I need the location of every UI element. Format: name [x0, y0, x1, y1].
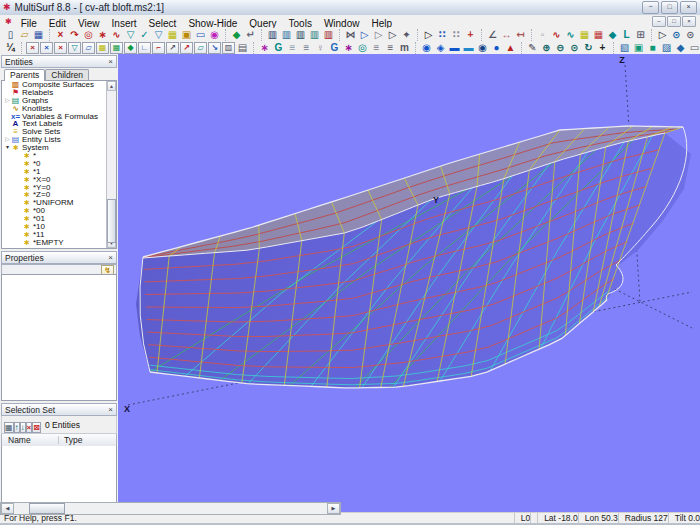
measure-icon[interactable]: ↔ — [500, 29, 513, 41]
tree-item-relabels[interactable]: ⚑Relabels — [2, 89, 116, 97]
save-icon[interactable]: ▦ — [32, 29, 45, 41]
menu-show-hide[interactable]: Show-Hide — [182, 18, 243, 29]
horizontal-scrollbar[interactable]: ◀ ▶ — [0, 502, 341, 515]
entity-surface-icon[interactable]: ▦ — [96, 42, 109, 54]
snap-point-icon[interactable]: ∗ — [258, 42, 271, 54]
move-down-icon[interactable]: ↓ — [20, 422, 26, 433]
ball-icon[interactable]: ◉ — [208, 29, 221, 41]
menu-window[interactable]: Window — [318, 18, 366, 29]
expander-icon[interactable]: ▷ — [4, 136, 11, 144]
snap-list-icon[interactable]: ≡ — [286, 42, 299, 54]
point-icon[interactable]: ∗ — [96, 29, 109, 41]
pointer-icon[interactable]: ▷ — [656, 29, 669, 41]
column-header-type[interactable]: Type — [64, 434, 82, 446]
viewport-3d-view[interactable]: XYZ — [118, 54, 700, 513]
fraction-icon[interactable]: ¼ — [4, 42, 17, 54]
entity-bead-icon[interactable]: × — [40, 42, 53, 54]
expander-icon[interactable]: ▾ — [4, 144, 11, 152]
probe-icon[interactable]: ⊙ — [670, 29, 683, 41]
red-grid-icon[interactable]: ▦ — [592, 29, 605, 41]
tree-item-entity-lists[interactable]: ▷▤Entity Lists — [2, 136, 116, 144]
select-mode-icon[interactable]: ▷ — [386, 29, 399, 41]
entity-relcurve-icon[interactable]: ↗ — [180, 42, 193, 54]
drag-point-icon[interactable]: ↷ — [68, 29, 81, 41]
teal-diamond-icon[interactable]: ◆ — [606, 29, 619, 41]
minimize-button[interactable]: − — [642, 1, 659, 14]
column-header-name[interactable]: Name — [8, 434, 31, 446]
mdi-restore-button[interactable]: □ — [667, 16, 681, 27]
solid-icon[interactable]: ▽ — [152, 29, 165, 41]
scroll-left-icon[interactable]: ◀ — [1, 503, 14, 514]
entity-vector-icon[interactable]: ↗ — [166, 42, 179, 54]
snap-point-icon[interactable]: ∗ — [342, 42, 355, 54]
cursor-icon[interactable]: ▷ — [422, 29, 435, 41]
grid-icon[interactable]: ∷ — [450, 29, 463, 41]
disc-icon[interactable]: ● — [490, 42, 503, 54]
check-icon[interactable]: ✓ — [138, 29, 151, 41]
mesh-icon[interactable]: ▦ — [166, 29, 179, 41]
snap-ring-icon[interactable]: ◎ — [356, 42, 369, 54]
view-window-icon[interactable]: ▥ — [294, 29, 307, 41]
entity-arc-icon[interactable]: ⌐ — [152, 42, 165, 54]
clear-all-icon[interactable]: ⊠ — [32, 422, 41, 433]
maximize-button[interactable]: □ — [661, 1, 678, 14]
target-icon[interactable]: ◎ — [82, 29, 95, 41]
locate-icon[interactable]: ⌖ — [400, 29, 413, 41]
sel-list-icon[interactable]: ▦ — [4, 422, 14, 433]
print-icon[interactable]: ▤ — [236, 42, 249, 54]
zoom-in-icon[interactable]: ⊕ — [540, 42, 553, 54]
flat-view-icon[interactable]: ▬ — [462, 42, 475, 54]
selection-panel-header[interactable]: Selection Set × — [1, 403, 117, 416]
mdi-close-button[interactable]: × — [682, 16, 696, 27]
entity-frame-icon[interactable]: ▱ — [82, 42, 95, 54]
tree-item-10[interactable]: ∗*10 — [2, 223, 116, 231]
select-mode-icon[interactable]: ▷ — [358, 29, 371, 41]
tree-item-weights[interactable]: ∗*WEIGHTS — [2, 247, 116, 249]
tab-parents[interactable]: Parents — [4, 69, 45, 81]
menu-edit[interactable]: Edit — [43, 18, 72, 29]
tree-item-x-0[interactable]: ∗*X=0 — [2, 176, 116, 184]
pan-icon[interactable]: + — [596, 42, 609, 54]
snap-list-icon[interactable]: ≡ — [300, 42, 313, 54]
flat-view-icon[interactable]: ▬ — [448, 42, 461, 54]
properties-panel-header[interactable]: Properties × — [1, 251, 117, 264]
column-divider[interactable] — [58, 436, 59, 444]
snap-list-icon[interactable]: ≡ — [384, 42, 397, 54]
render-icon[interactable]: ■ — [646, 42, 659, 54]
surface-icon[interactable]: ▽ — [124, 29, 137, 41]
teal-l-icon[interactable]: L — [620, 29, 633, 41]
yellow-grid-icon[interactable]: ▦ — [578, 29, 591, 41]
entity-proj-icon[interactable]: ↘ — [208, 42, 221, 54]
entity-magnet-icon[interactable]: × — [54, 42, 67, 54]
entity-snake-icon[interactable]: ▦ — [110, 42, 123, 54]
mdi-minimize-button[interactable]: − — [652, 16, 666, 27]
zoom-fit-icon[interactable]: ⊙ — [568, 42, 581, 54]
red-curve-icon[interactable]: ∿ — [550, 29, 563, 41]
offset-icon[interactable]: ↤ — [514, 29, 527, 41]
entity-point-icon[interactable]: × — [26, 42, 39, 54]
facet-icon[interactable]: ◆ — [674, 42, 687, 54]
eye-icon[interactable]: ◉ — [420, 42, 433, 54]
return-icon[interactable]: ↵ — [244, 29, 257, 41]
entity-solid-icon[interactable]: ◆ — [124, 42, 137, 54]
plane-icon[interactable]: ▭ — [194, 29, 207, 41]
view-window-icon[interactable]: ▥ — [280, 29, 293, 41]
hidden-line-icon[interactable]: ▨ — [660, 42, 673, 54]
curve-icon[interactable]: ∿ — [110, 29, 123, 41]
move-up-icon[interactable]: ↑ — [14, 422, 20, 433]
tree-scrollbar[interactable]: ▲ ▼ — [106, 81, 116, 248]
teal-curve-icon[interactable]: ∿ — [564, 29, 577, 41]
link-icon[interactable]: ⋈ — [344, 29, 357, 41]
tree-item-item[interactable]: ∗* — [2, 152, 116, 160]
snap-icon[interactable]: + — [464, 29, 477, 41]
close-button[interactable]: × — [680, 1, 697, 14]
menu-select[interactable]: Select — [143, 18, 183, 29]
entity-ring-icon[interactable]: ▽ — [68, 42, 81, 54]
rotate-view-icon[interactable]: ↻ — [582, 42, 595, 54]
eye-icon[interactable]: ◉ — [476, 42, 489, 54]
snap-m-icon[interactable]: m — [398, 42, 411, 54]
entity-line-icon[interactable]: ∟ — [138, 42, 151, 54]
close-icon[interactable]: × — [108, 57, 113, 66]
hull-model-canvas[interactable]: XYZ — [118, 54, 700, 513]
view-window-icon[interactable]: ▥ — [308, 29, 321, 41]
